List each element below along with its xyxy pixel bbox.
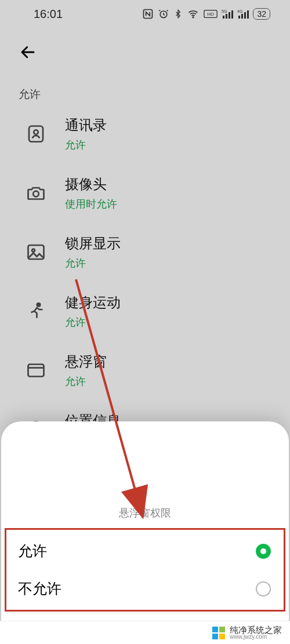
- row-title: 摄像头: [65, 175, 117, 194]
- row-title: 锁屏显示: [65, 234, 121, 253]
- svg-rect-14: [247, 10, 249, 19]
- permission-row-lockscreen[interactable]: 锁屏显示 允许: [0, 223, 290, 282]
- bluetooth-icon: [173, 8, 183, 20]
- permission-row-fitness[interactable]: 健身运动 允许: [0, 282, 290, 341]
- contacts-icon: [23, 121, 49, 147]
- svg-text:4G: 4G: [237, 9, 242, 13]
- bottom-sheet: 悬浮窗权限 允许 不允许: [1, 421, 289, 621]
- image-icon: [23, 239, 49, 265]
- back-button[interactable]: [16, 41, 39, 64]
- row-status: 使用时允许: [65, 197, 117, 211]
- wifi-icon: [187, 8, 200, 20]
- option-deny[interactable]: 不允许: [6, 570, 284, 607]
- permission-row-floatwindow[interactable]: 悬浮窗 允许: [0, 341, 290, 400]
- window-icon: [23, 358, 49, 383]
- svg-text:HD: HD: [208, 12, 215, 17]
- section-label: 允许: [0, 77, 290, 104]
- battery-indicator: 32: [253, 8, 270, 20]
- status-bar: 16:01 HD 5G 4G 32: [0, 0, 290, 28]
- running-icon: [23, 299, 49, 324]
- svg-rect-25: [219, 627, 225, 632]
- svg-rect-27: [219, 634, 225, 639]
- row-status: 允许: [65, 138, 107, 152]
- svg-text:5G: 5G: [222, 9, 227, 13]
- svg-rect-12: [241, 14, 243, 19]
- svg-rect-8: [229, 12, 230, 19]
- svg-rect-13: [244, 12, 246, 19]
- option-label: 不允许: [18, 579, 61, 598]
- status-icons: HD 5G 4G 32: [142, 8, 270, 20]
- svg-rect-7: [226, 14, 227, 19]
- row-status: 允许: [65, 256, 121, 270]
- svg-rect-21: [28, 365, 44, 377]
- svg-rect-11: [238, 16, 240, 19]
- svg-point-17: [33, 191, 39, 197]
- header: [0, 28, 290, 77]
- row-title: 健身运动: [65, 293, 121, 312]
- camera-icon: [23, 180, 49, 206]
- row-title: 通讯录: [65, 116, 107, 134]
- nfc-icon: [142, 8, 154, 20]
- permission-row-camera[interactable]: 摄像头 使用时允许: [0, 163, 290, 223]
- option-label: 允许: [18, 541, 47, 561]
- radio-checked-icon: [256, 544, 271, 559]
- svg-point-16: [34, 130, 38, 134]
- svg-rect-9: [231, 10, 233, 19]
- highlight-box: 允许 不允许: [5, 528, 285, 612]
- watermark-footer: 纯净系统之家 www.jwzy.com: [0, 621, 290, 644]
- svg-rect-6: [223, 16, 224, 19]
- svg-rect-18: [28, 245, 44, 259]
- hd-icon: HD: [204, 9, 217, 19]
- option-allow[interactable]: 允许: [6, 532, 284, 570]
- arrow-left-icon: [19, 43, 37, 61]
- windows-logo-icon: [212, 627, 225, 639]
- status-time: 16:01: [34, 8, 63, 21]
- svg-rect-24: [212, 627, 218, 632]
- sheet-title: 悬浮窗权限: [1, 506, 289, 520]
- permission-row-contacts[interactable]: 通讯录 允许: [0, 104, 290, 163]
- svg-rect-26: [212, 634, 218, 639]
- watermark-text: 纯净系统之家: [230, 625, 282, 634]
- row-status: 允许: [65, 315, 121, 329]
- row-title: 悬浮窗: [65, 352, 107, 371]
- svg-point-2: [193, 17, 194, 18]
- permission-list: 通讯录 允许 摄像头 使用时允许 锁屏显示 允许: [0, 104, 290, 459]
- watermark-url: www.jwzy.com: [230, 634, 282, 640]
- signal-4g-icon: 4G: [237, 9, 249, 19]
- signal-5g-icon: 5G: [222, 9, 233, 19]
- svg-point-19: [32, 249, 35, 252]
- row-status: 允许: [65, 374, 107, 388]
- svg-point-20: [37, 303, 40, 306]
- alarm-icon: [158, 8, 169, 20]
- radio-unchecked-icon: [256, 581, 271, 596]
